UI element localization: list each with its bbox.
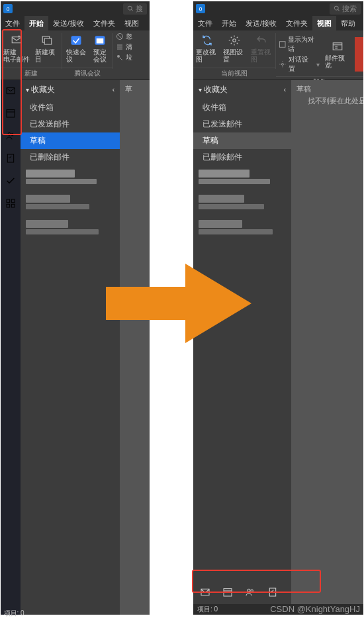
ribbon: 新建 电子邮件 新建项目 新建 快速会 议 预定 会议 <box>1 30 150 80</box>
menu-folder[interactable]: 文件夹 <box>89 16 120 30</box>
folder-inbox[interactable]: 收件箱 <box>193 99 291 116</box>
svg-rect-12 <box>11 199 15 203</box>
reset-view-button[interactable]: 重置视图 <box>248 32 275 64</box>
ribbon-overflow: 忽 清 垃 <box>113 30 135 79</box>
titlebar: o 搜索 <box>193 1 363 16</box>
calendar-icon <box>91 34 109 47</box>
change-view-button[interactable]: 更改视图 <box>193 32 220 64</box>
folder-deleted[interactable]: 已删除邮件 <box>193 149 291 166</box>
svg-rect-19 <box>224 589 232 596</box>
new-email-button[interactable]: 新建 电子邮件 <box>1 32 32 64</box>
svg-point-15 <box>233 39 236 42</box>
svg-point-20 <box>248 589 250 592</box>
qr-icon[interactable] <box>4 197 17 210</box>
undo-icon <box>253 34 270 47</box>
chevron-left-icon[interactable]: ‹ <box>113 86 114 93</box>
calendar-icon[interactable] <box>222 586 233 598</box>
people-icon[interactable] <box>245 586 255 598</box>
group-label-current-view: 当前视图 <box>193 68 275 79</box>
svg-rect-11 <box>7 199 10 203</box>
svg-point-21 <box>251 590 253 592</box>
account-block <box>199 195 286 209</box>
titlebar: o 搜 <box>1 1 150 16</box>
tasks-icon[interactable] <box>267 586 278 598</box>
quick-meeting-button[interactable]: 快速会 议 <box>64 32 89 64</box>
menu-view[interactable]: 视图 <box>120 16 144 30</box>
menu-send-receive[interactable]: 发送/接收 <box>241 16 281 30</box>
menu-file[interactable]: 文件 <box>193 16 217 30</box>
svg-rect-22 <box>269 588 275 596</box>
menu-folder[interactable]: 文件夹 <box>281 16 312 30</box>
menu-send-receive[interactable]: 发送/接收 <box>48 16 89 30</box>
search-box[interactable]: 搜 <box>123 3 147 15</box>
people-icon[interactable] <box>4 129 17 142</box>
new-item-icon <box>38 34 56 47</box>
body: ▾ 收藏夹 ‹ 收件箱 已发送邮件 草稿 已删除邮件 草 <box>1 80 150 615</box>
svg-rect-18 <box>334 43 343 50</box>
search-icon <box>334 5 340 12</box>
favorites-header[interactable]: ▾ 收藏夹 ‹ <box>193 80 291 99</box>
check-icon[interactable] <box>4 174 17 187</box>
new-item-button[interactable]: 新建项目 <box>32 32 62 64</box>
gear-icon <box>226 34 243 47</box>
tasks-icon[interactable] <box>4 152 17 165</box>
folder-sent[interactable]: 已发送邮件 <box>21 116 120 132</box>
mail-icon[interactable] <box>200 586 210 598</box>
message-preview-button[interactable]: 邮件预览 <box>322 38 353 70</box>
search-box[interactable]: 搜索 <box>330 3 361 15</box>
menu-view[interactable]: 视图 <box>312 16 336 30</box>
vertical-nav <box>1 80 21 615</box>
folder-pane: ▾ 收藏夹 ‹ 收件箱 已发送邮件 草稿 已删除邮件 <box>21 80 120 615</box>
mail-icon[interactable] <box>4 84 17 97</box>
account-block <box>26 220 114 234</box>
calendar-icon[interactable] <box>4 107 17 120</box>
svg-rect-14 <box>11 204 15 207</box>
menubar: 文件 开始 发送/接收 文件夹 视图 帮助 <box>193 16 363 30</box>
folder-inbox[interactable]: 收件箱 <box>21 99 120 116</box>
svg-rect-16 <box>279 42 285 48</box>
conversation-settings-button[interactable]: 对话设置 ▾ <box>279 55 320 74</box>
chevron-left-icon[interactable]: ‹ <box>284 86 286 93</box>
folder-sent[interactable]: 已发送邮件 <box>193 116 291 132</box>
menu-help[interactable]: 帮助 <box>336 16 360 30</box>
svg-point-9 <box>11 133 13 135</box>
preview-icon <box>329 40 346 53</box>
folder-drafts[interactable]: 草稿 <box>21 132 120 149</box>
svg-rect-4 <box>97 38 104 44</box>
svg-rect-13 <box>7 204 10 207</box>
group-label-meeting: 腾讯会议 <box>62 68 113 79</box>
svg-point-8 <box>8 132 11 135</box>
menubar: 文件 开始 发送/接收 文件夹 视图 <box>1 16 150 30</box>
content-header: 草稿 <box>296 84 311 94</box>
account-block <box>26 195 114 209</box>
folder-deleted[interactable]: 已删除邮件 <box>21 149 120 166</box>
view-settings-button[interactable]: 视图设置 <box>220 32 248 64</box>
app-logo-icon: o <box>196 4 205 13</box>
svg-rect-7 <box>7 110 15 117</box>
empty-message: 找不到要在此处显 <box>308 96 363 106</box>
ignore-button[interactable]: 忽 <box>116 32 132 41</box>
cleanup-button[interactable]: 清 <box>116 42 132 52</box>
menu-home[interactable]: 开始 <box>24 16 48 30</box>
menu-file[interactable]: 文件 <box>1 16 24 30</box>
mail-plus-icon <box>8 34 25 47</box>
change-view-icon <box>199 34 216 47</box>
svg-rect-2 <box>71 36 81 45</box>
schedule-meeting-button[interactable]: 预定 会议 <box>89 32 111 64</box>
show-as-conversation-checkbox[interactable]: 显示为对话 <box>279 35 320 54</box>
group-label-new: 新建 <box>1 68 62 79</box>
favorites-header[interactable]: ▾ 收藏夹 ‹ <box>21 80 120 99</box>
watermark: CSDN @KnightYangHJ <box>270 604 360 614</box>
folder-drafts[interactable]: 草稿 <box>193 132 291 149</box>
account-block <box>199 170 286 184</box>
junk-button[interactable]: 垃 <box>116 53 132 62</box>
content-header: 草 <box>125 84 132 94</box>
account-block <box>199 220 286 234</box>
menu-home[interactable]: 开始 <box>217 16 241 30</box>
content-area: 草稿 找不到要在此处显 <box>291 80 363 604</box>
arrow-icon <box>106 264 251 343</box>
ribbon: 更改视图 视图设置 重置视图 当前视图 显示为对话 对话设置 ▾ <box>193 30 363 80</box>
search-icon <box>127 5 134 12</box>
account-block <box>26 170 114 184</box>
svg-rect-1 <box>44 38 52 44</box>
